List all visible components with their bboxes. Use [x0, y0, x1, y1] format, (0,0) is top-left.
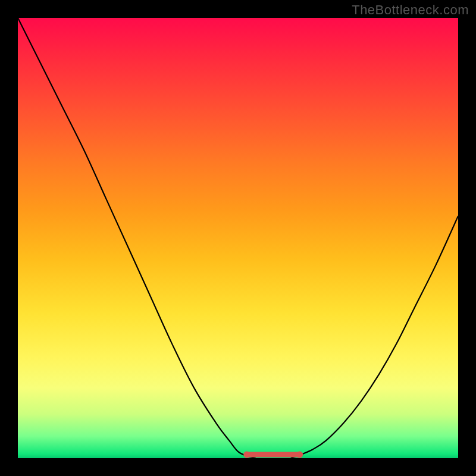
- optimum-end-right: [296, 452, 303, 458]
- chart-svg: [18, 18, 458, 458]
- plot-area: [18, 18, 458, 458]
- watermark-text: TheBottleneck.com: [352, 2, 469, 18]
- right-curve-line: [291, 216, 458, 458]
- optimum-end-left: [243, 452, 250, 458]
- chart-frame: TheBottleneck.com: [0, 0, 476, 476]
- left-curve-line: [18, 18, 256, 458]
